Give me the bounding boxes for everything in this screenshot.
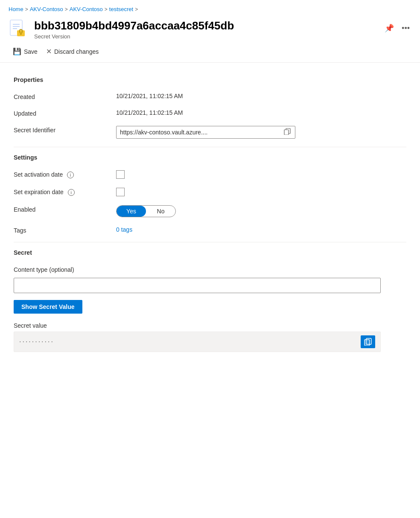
secret-divider	[14, 242, 406, 242]
copy-icon	[284, 128, 291, 135]
pin-icon: 📌	[385, 23, 394, 33]
content-type-input[interactable]	[14, 278, 381, 293]
breadcrumb-akv1[interactable]: AKV-Contoso	[30, 6, 63, 12]
tags-link[interactable]: 0 tags	[116, 226, 132, 233]
discard-button[interactable]: ✕ Discard changes	[42, 45, 103, 58]
secret-id-text: https://akv-contoso.vault.azure....	[120, 129, 280, 136]
breadcrumb-testsecret[interactable]: testsecret	[109, 6, 133, 12]
discard-icon: ✕	[46, 47, 52, 55]
breadcrumb-sep-2: >	[65, 6, 68, 12]
more-icon: •••	[402, 24, 410, 33]
breadcrumb: Home > AKV-Contoso > AKV-Contoso > tests…	[0, 0, 420, 17]
updated-label: Updated	[14, 109, 116, 117]
activation-date-checkbox[interactable]	[116, 170, 125, 179]
more-button[interactable]: •••	[400, 23, 411, 34]
toolbar: 💾 Save ✕ Discard changes	[0, 43, 420, 63]
secret-id-field: https://akv-contoso.vault.azure....	[116, 126, 295, 139]
copy-blue-icon	[364, 338, 372, 346]
activation-info-icon[interactable]: i	[67, 172, 74, 178]
page-header: bbb31809b4bd4997a6accaa4c85f45db Secret …	[0, 17, 420, 43]
svg-point-8	[20, 32, 22, 34]
copy-secret-id-button[interactable]	[283, 128, 292, 137]
breadcrumb-sep-1: >	[25, 6, 28, 12]
secret-id-row: Secret Identifier https://akv-contoso.va…	[14, 122, 406, 143]
settings-section-title: Settings	[14, 154, 406, 161]
discard-label: Discard changes	[54, 48, 99, 55]
secret-value-section: Secret value ···········	[14, 322, 406, 352]
pin-button[interactable]: 📌	[383, 23, 396, 34]
secret-dots: ···········	[19, 338, 361, 346]
expiration-info-icon[interactable]: i	[68, 189, 75, 196]
updated-row: Updated 10/21/2021, 11:02:15 AM	[14, 105, 406, 122]
content-type-row: Content type (optional)	[14, 261, 406, 278]
activation-date-label: Set activation date i	[14, 170, 116, 178]
created-row: Created 10/21/2021, 11:02:15 AM	[14, 88, 406, 105]
show-secret-value-button[interactable]: Show Secret Value	[14, 300, 82, 314]
main-content: Properties Created 10/21/2021, 11:02:15 …	[0, 63, 420, 362]
copy-secret-value-button[interactable]	[361, 335, 375, 348]
expiration-date-label: Set expiration date i	[14, 188, 116, 196]
created-label: Created	[14, 93, 116, 100]
enabled-no-button[interactable]: No	[146, 206, 175, 217]
content-type-label: Content type (optional)	[14, 265, 116, 273]
save-button[interactable]: 💾 Save	[9, 45, 42, 58]
page-icon	[9, 19, 27, 39]
activation-date-row: Set activation date i	[14, 166, 406, 183]
page-title: bbb31809b4bd4997a6accaa4c85f45db	[34, 19, 376, 32]
enabled-toggle-group: Yes No	[116, 205, 176, 217]
page-subtitle: Secret Version	[34, 33, 376, 40]
save-label: Save	[24, 48, 38, 55]
tags-row: Tags 0 tags	[14, 222, 406, 239]
created-value: 10/21/2021, 11:02:15 AM	[116, 93, 406, 99]
page-title-block: bbb31809b4bd4997a6accaa4c85f45db Secret …	[34, 19, 376, 40]
breadcrumb-home[interactable]: Home	[9, 6, 23, 12]
expiration-date-row: Set expiration date i	[14, 183, 406, 201]
save-icon: 💾	[13, 47, 21, 55]
secret-value-label: Secret value	[14, 322, 406, 329]
settings-divider	[14, 147, 406, 147]
expiration-date-checkbox[interactable]	[116, 188, 125, 196]
breadcrumb-sep-4: >	[135, 6, 138, 12]
expiration-date-value	[116, 188, 406, 196]
secret-id-field-wrapper: https://akv-contoso.vault.azure....	[116, 126, 406, 139]
properties-section-title: Properties	[14, 76, 406, 83]
secret-section-title: Secret	[14, 249, 406, 256]
tags-label: Tags	[14, 226, 116, 234]
svg-rect-10	[284, 130, 289, 135]
svg-rect-12	[365, 340, 370, 346]
tags-value: 0 tags	[116, 226, 406, 233]
breadcrumb-sep-3: >	[105, 6, 108, 12]
secret-id-label: Secret Identifier	[14, 126, 116, 134]
enabled-yes-button[interactable]: Yes	[117, 206, 146, 217]
secret-value-field: ···········	[14, 332, 381, 352]
enabled-value: Yes No	[116, 205, 406, 217]
activation-date-value	[116, 170, 406, 179]
enabled-row: Enabled Yes No	[14, 201, 406, 222]
enabled-label: Enabled	[14, 205, 116, 213]
breadcrumb-akv2[interactable]: AKV-Contoso	[70, 6, 103, 12]
page-header-actions: 📌 •••	[383, 19, 411, 34]
updated-value: 10/21/2021, 11:02:15 AM	[116, 109, 406, 116]
